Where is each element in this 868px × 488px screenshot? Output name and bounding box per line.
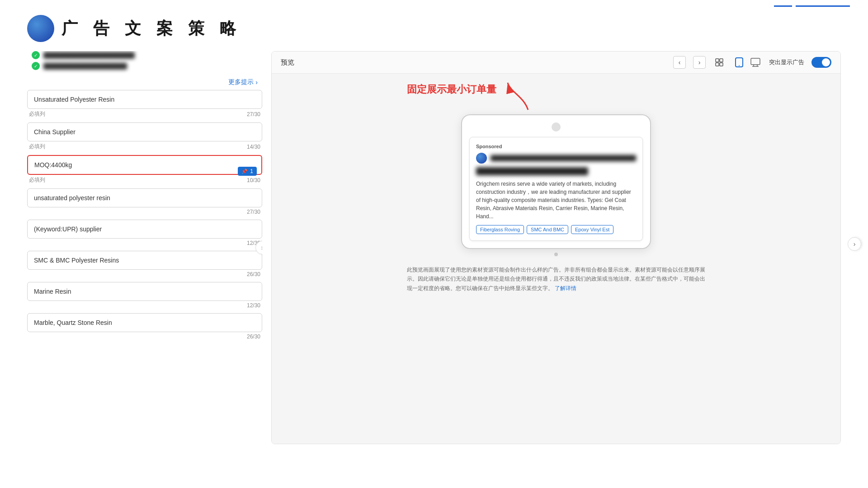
field-meta-4: 27/30 [27, 207, 262, 219]
preview-note-link[interactable]: 了解详情 [555, 285, 576, 291]
mobile-preview-frame: Sponsored Origchem resins serve a wide v… [461, 114, 651, 249]
ad-tag-2[interactable]: SMC And BMC [527, 225, 568, 234]
svg-rect-1 [720, 59, 723, 62]
toggle-label: 突出显示广告 [769, 58, 804, 66]
field-input-6[interactable] [27, 251, 262, 270]
svg-rect-6 [751, 58, 760, 65]
field-meta-7: 12/30 [27, 301, 262, 312]
field-meta-8: 26/30 [27, 332, 262, 343]
nav-arrow-prev[interactable]: ‹ [673, 56, 686, 69]
field-count-8: 26/30 [247, 333, 260, 340]
svg-point-5 [739, 65, 740, 66]
field-input-moq[interactable] [27, 155, 262, 175]
mobile-notch [552, 122, 561, 131]
svg-rect-3 [720, 63, 723, 66]
ad-description: Origchem resins serve a wide variety of … [476, 180, 636, 221]
checkmarks-area: ✓ Unsaturated Polyester resin supply ✓ u… [27, 51, 262, 75]
field-input-2[interactable] [27, 122, 262, 141]
field-input-8[interactable] [27, 313, 262, 332]
logo [27, 15, 54, 42]
field-label-3: 必填列 [29, 176, 45, 184]
view-icon-grid[interactable] [713, 56, 726, 69]
field-count-4: 27/30 [247, 209, 260, 215]
field-label-1: 必填列 [29, 110, 45, 118]
ad-sponsored-label: Sponsored [476, 144, 636, 149]
field-input-4[interactable] [27, 188, 262, 207]
field-count-7: 12/30 [247, 302, 260, 309]
field-meta-6: 26/30 [27, 270, 262, 281]
blurred-text-1: Unsaturated Polyester resin supply [43, 52, 135, 59]
annotation-text: 固定展示最小订单量 [407, 83, 496, 96]
preview-label: 预览 [281, 58, 294, 67]
device-desktop-icon[interactable] [749, 56, 762, 69]
highlight-ads-toggle[interactable] [811, 57, 831, 68]
preview-note: 此预览画面展现了使用您的素材资源可能会制作出什么样的广告。并非所有组合都会显示出… [407, 265, 705, 293]
field-meta-5: 12/30 [27, 239, 262, 250]
more-link-arrow: › [255, 79, 258, 86]
field-item-6: 26/30 [27, 251, 262, 281]
field-item-1: 必填列 27/30 [27, 90, 262, 122]
top-bar-line-short [774, 5, 792, 7]
check-icon-1: ✓ [32, 51, 40, 59]
field-count-6: 26/30 [247, 271, 260, 277]
field-meta-2: 必填列 14/30 [27, 141, 262, 154]
field-count-3: 10/30 [247, 177, 260, 183]
more-link[interactable]: 更多提示 › [27, 75, 262, 90]
left-panel: ✓ Unsaturated Polyester resin supply ✓ u… [27, 51, 262, 444]
red-arrow-icon [501, 78, 537, 114]
pin-icon: 📌 [241, 169, 248, 174]
header: 广 告 文 案 策 略 [0, 10, 868, 51]
checkmark-item-1: ✓ Unsaturated Polyester resin supply [32, 51, 258, 59]
preview-body: 固定展示最小订单量 Sp [272, 74, 840, 444]
nav-arrow-next[interactable]: › [693, 56, 706, 69]
field-meta-3: 必填列 10/30 [27, 175, 262, 188]
ad-moq-row [476, 167, 588, 175]
main-container: ✓ Unsaturated Polyester resin supply ✓ u… [0, 51, 868, 444]
checkmark-item-2: ✓ unsaturated polyester resin ch... [32, 62, 258, 70]
right-scroll-arrow[interactable]: › [848, 237, 861, 251]
field-item-2: 必填列 14/30 [27, 122, 262, 154]
ad-company-name-blurred [491, 155, 636, 161]
ad-tags: Fiberglass Roving SMC And BMC Epoxy Viny… [476, 225, 636, 234]
ad-card: Sponsored Origchem resins serve a wide v… [469, 137, 643, 241]
field-meta-1: 必填列 27/30 [27, 109, 262, 122]
svg-rect-0 [716, 59, 719, 62]
more-link-label: 更多提示 [228, 78, 254, 86]
page-title: 广 告 文 案 策 略 [61, 18, 241, 40]
view-icons [713, 56, 726, 69]
scroll-indicator [554, 253, 558, 256]
top-bar-line-long [796, 5, 850, 7]
top-bar [0, 0, 868, 10]
field-input-1[interactable] [27, 90, 262, 109]
check-icon-2: ✓ [32, 62, 40, 70]
annotation-layout: 固定展示最小订单量 [407, 83, 705, 114]
annotation-container: 固定展示最小订单量 [407, 83, 705, 114]
ad-tag-3[interactable]: Epoxy Vinyl Est [571, 225, 613, 234]
right-panel: 预览 ‹ › [271, 51, 841, 444]
field-item-7: 12/30 [27, 282, 262, 312]
svg-rect-2 [716, 63, 719, 66]
ad-tag-1[interactable]: Fiberglass Roving [476, 225, 524, 234]
blurred-text-2: unsaturated polyester resin ch... [43, 63, 127, 70]
pin-count: 1 [250, 168, 253, 174]
preview-toolbar: 预览 ‹ › [272, 52, 840, 74]
field-input-5[interactable] [27, 220, 262, 239]
field-count-1: 27/30 [247, 111, 260, 117]
device-icons [733, 56, 762, 69]
field-input-7[interactable] [27, 282, 262, 301]
field-item-3-moq: 📌 1 必填列 10/30 [27, 155, 262, 188]
field-label-2: 必填列 [29, 143, 45, 150]
ad-company-logo [476, 153, 487, 164]
field-item-8: 26/30 [27, 313, 262, 343]
field-item-5: 12/30 [27, 220, 262, 250]
device-mobile-icon[interactable] [733, 56, 745, 69]
pin-badge: 📌 1 [238, 167, 257, 176]
field-count-2: 14/30 [247, 144, 260, 150]
ad-company-row [476, 153, 636, 164]
field-item-4: 27/30 [27, 188, 262, 219]
